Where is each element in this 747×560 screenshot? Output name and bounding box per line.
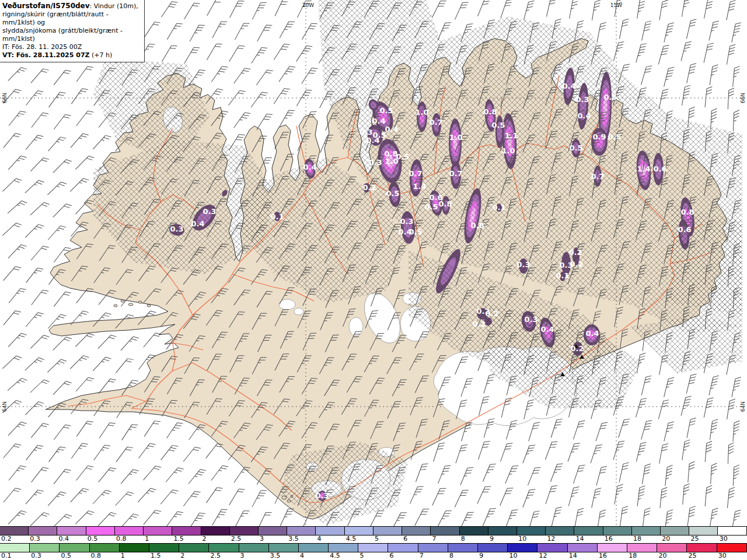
init-time: IT: Fös. 28. 11. 2025 00Z [2,43,141,51]
precip-value: 0.3 [203,207,216,216]
precip-value: 0.7 [429,118,442,127]
snow-scale-value: 0.5 [88,535,98,542]
precip-value: 0.9 [592,132,606,141]
title-box: Veðurstofan/IS750dev: Vindur (10m), rign… [0,0,145,62]
graticule-label: 66N [740,93,746,103]
precip-value: 0.2 [570,344,584,353]
glacier [294,308,303,315]
map-canvas: 0.40.50.40.40.30.50.40.80.51.00.30.20.50… [0,0,747,526]
snow-scale-value: 18 [633,535,641,542]
snow-scale-bar [0,526,747,536]
precip-value: 0.5 [379,106,393,115]
snow-scale-cell [402,526,431,536]
snow-scale-value: 1 [145,535,149,542]
lead-time: (+7 h) [90,51,113,59]
rain-scale-cell [149,543,179,552]
rain-scale-cell [119,543,149,552]
precip-value: 0.2 [362,183,376,192]
precip-value: 0.4 [303,163,316,172]
snow-scale-cell [287,526,316,536]
precip-value: 0.5 [569,144,582,152]
rain-scale-cell [0,543,30,552]
rain-scale-value: 0.8 [91,552,102,559]
snow-scale-cell [258,526,287,536]
rain-scale-value: 9 [479,552,483,559]
precip-value: 0.7 [449,169,462,178]
rain-scale-cell [717,543,747,552]
precip-value: 0.4 [577,111,591,120]
precip-value: 1.1 [504,131,518,140]
title-line-2: rigning/skúrir (grænt/blátt/rautt - mm/1… [2,10,141,27]
snow-scale-value: 0.3 [30,535,40,542]
rain-scale-cell [208,543,239,552]
rain-scale-value: 3 [240,552,245,559]
precip-value: 0.1 [270,212,284,221]
snow-scale-cell [0,526,29,536]
rain-scale-cell [59,543,89,552]
snow-scale-value: 16 [605,535,613,542]
precip-value: 0.4 [562,82,575,90]
snow-scale-cell [143,526,172,536]
precip-value: 0.5 [603,93,617,102]
snow-scale-cell [660,526,689,536]
title-line-1: Veðurstofan/IS750dev: Vindur (10m), [2,2,141,10]
precip-value: 0.8 [680,208,694,216]
snow-scale-cell [344,526,374,536]
snow-scale-value: 3 [260,535,264,542]
precip-value: 0.4 [385,125,398,134]
rain-scale-value: 1 [121,552,125,559]
snow-scale-cell [516,526,546,536]
precip-value: 1.4 [413,182,426,191]
snow-scale-cell [603,526,632,536]
precip-value: 0.3 [368,158,382,167]
precip-value: 0.8 [483,107,497,116]
precip-value: 0.8 [470,221,484,230]
rain-scale-value: 0.3 [31,552,41,559]
snow-scale-value: 6 [403,535,407,542]
snow-scale-cell [315,526,344,536]
snow-scale-value: 14 [576,535,584,542]
precip-value: 1.0 [385,157,398,166]
rain-scale-cell [268,543,299,552]
island [147,304,151,307]
snow-scale-value: 10 [518,535,526,542]
rain-scale-cell [507,543,537,552]
snow-scale-cell [488,526,517,536]
rain-scale-cell [657,543,687,552]
snow-scale-value: 4 [317,535,322,542]
rain-scale-value: 16 [599,552,607,559]
rain-scale-cell [89,543,120,552]
snow-scale-cell [574,526,603,536]
precip-value: 0.3 [575,95,589,104]
graticule-label: 20W [302,2,314,8]
rain-scale-cell [597,543,627,552]
precip-value: 0.3 [400,217,413,226]
snow-scale-value: 5 [375,535,379,542]
island [114,304,117,307]
precip-value: 0.4 [540,325,554,334]
rain-scale-value: 5 [359,552,364,559]
rain-scale-value: 4 [300,552,304,559]
snow-scale-value: 0.4 [58,535,69,542]
param-wind: : Vindur (10m), [90,2,138,10]
rain-scale-value: 0.5 [61,552,71,559]
rain-scale-value: 3.5 [270,552,281,559]
snow-scale-cell [545,526,574,536]
rain-scale-value: 1.5 [151,552,161,559]
snow-scale-value: 0.8 [116,535,127,542]
precip-value: 0.3 [315,491,329,500]
snow-scale-cell [430,526,459,536]
legend: 0.20.30.40.50.811.522.533.544.5567891012… [0,526,747,560]
rain-scale-cell [448,543,478,552]
precip-value: 0.7 [409,169,422,178]
snow-scale-cell [459,526,488,536]
rain-scale-cell [328,543,358,552]
precip-value: 1.0 [449,133,462,142]
rain-scale-cell [298,543,329,552]
snow-scale-value: 0.2 [1,535,12,542]
precip-value: 0.1 [492,203,505,212]
snow-scale-cell [631,526,661,536]
rain-scale-value: 0.1 [1,552,12,559]
snow-scale-value: 7 [432,535,436,542]
precip-value: 0.1 [556,271,569,280]
